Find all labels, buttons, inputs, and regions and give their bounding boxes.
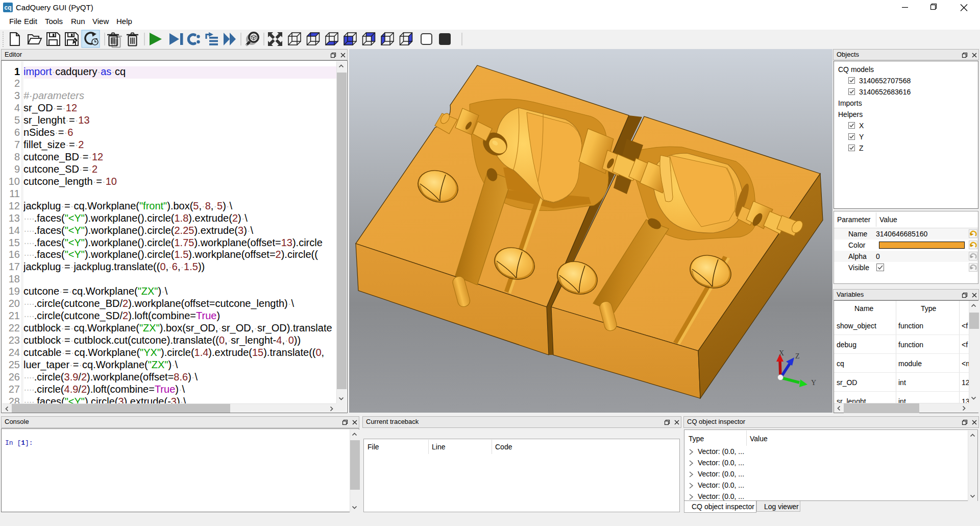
svg-text:cq: cq: [4, 4, 11, 11]
svg-text:Z: Z: [795, 352, 800, 360]
svg-text:X: X: [779, 349, 784, 357]
svg-text:Y: Y: [811, 379, 816, 387]
